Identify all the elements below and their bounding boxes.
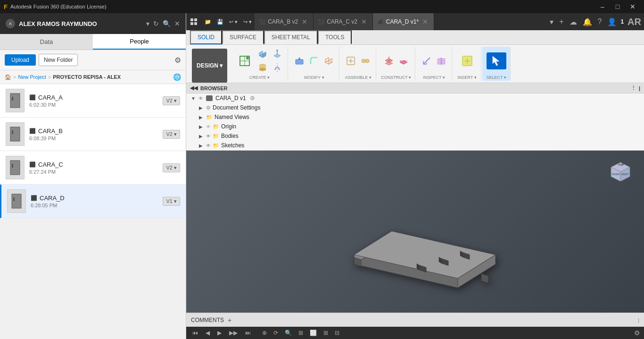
- root-settings-icon[interactable]: ⚙: [250, 95, 255, 102]
- design-button[interactable]: DESIGN ▾: [192, 49, 227, 83]
- modify-press-pull[interactable]: [293, 55, 306, 67]
- browser-item-origin[interactable]: ▶ 👁 📁 Origin: [186, 122, 644, 131]
- root-visibility-icon[interactable]: 👁: [198, 96, 203, 101]
- help-icon[interactable]: ?: [596, 16, 604, 28]
- fit-tool[interactable]: ⊞: [296, 329, 305, 337]
- create-extrude-button[interactable]: [271, 48, 284, 60]
- file-version[interactable]: V2 ▾: [163, 96, 180, 105]
- undo-button[interactable]: ↩ ▾: [226, 13, 240, 30]
- create-sketch-button[interactable]: [235, 52, 255, 69]
- tree-toggle-bodies[interactable]: ▶: [198, 134, 204, 139]
- create-revolve-button[interactable]: [271, 61, 284, 74]
- collapse-icon[interactable]: ◀◀: [190, 85, 198, 91]
- tree-toggle-root[interactable]: ▼: [190, 96, 197, 101]
- select-button[interactable]: [487, 52, 506, 69]
- viewport[interactable]: TOP FRONT RIGHT: [186, 151, 644, 313]
- tab-people[interactable]: People: [93, 34, 186, 50]
- breadcrumb-project[interactable]: New Project: [18, 74, 46, 80]
- ribbon-tab-tools[interactable]: TOOLS: [318, 30, 352, 44]
- bodies-visibility-icon[interactable]: 👁: [206, 134, 211, 139]
- browser-item-bodies[interactable]: ▶ 👁 📁 Bodies: [186, 131, 644, 141]
- open-file-button[interactable]: 📁: [202, 13, 214, 30]
- save-button[interactable]: 💾: [214, 13, 226, 30]
- tab-list-button[interactable]: ▾: [548, 16, 555, 28]
- tree-toggle-named-views[interactable]: ▶: [198, 115, 204, 120]
- browser-resize-icon[interactable]: |: [639, 85, 640, 91]
- new-folder-button[interactable]: New Folder: [39, 54, 78, 66]
- assemble-joint[interactable]: [359, 55, 372, 67]
- assemble-new-component[interactable]: [344, 55, 357, 67]
- ribbon-tab-solid[interactable]: SOLID: [190, 30, 222, 44]
- grid-toggle[interactable]: ⊞: [321, 329, 330, 337]
- list-item[interactable]: ⬛ CARA_C 6:27:24 PM V2 ▾: [0, 151, 186, 185]
- maximize-button[interactable]: □: [610, 0, 625, 13]
- tree-toggle-doc[interactable]: ▶: [198, 105, 204, 110]
- settings-button[interactable]: ⚙: [634, 329, 640, 337]
- notifications-icon[interactable]: 🔔: [581, 16, 594, 28]
- display-mode[interactable]: ⬜: [307, 329, 319, 337]
- chevron-down-icon[interactable]: ▾: [146, 20, 149, 27]
- playback-prev-button[interactable]: ◀: [203, 329, 212, 337]
- create-cylinder-button[interactable]: [256, 61, 269, 74]
- tab-close-icon[interactable]: ✕: [421, 18, 429, 25]
- search-icon[interactable]: 🔍: [163, 20, 171, 27]
- pan-tool[interactable]: ⊕: [260, 329, 269, 337]
- playback-start-button[interactable]: ⏮: [190, 329, 200, 337]
- tab-close-icon[interactable]: ✕: [301, 18, 308, 25]
- insert-button[interactable]: [457, 52, 477, 69]
- inspect-section[interactable]: [435, 55, 448, 67]
- browser-item-named-views[interactable]: ▶ 📁 Named Views: [186, 112, 644, 122]
- tree-toggle-origin[interactable]: ▶: [198, 124, 204, 129]
- svg-marker-24: [276, 49, 279, 51]
- new-tab-button[interactable]: +: [557, 16, 565, 28]
- tab-close-icon[interactable]: ✕: [360, 18, 368, 25]
- playback-end-button[interactable]: ⏭: [243, 329, 253, 337]
- comments-resize-handle[interactable]: |: [638, 317, 639, 323]
- ribbon-tab-sheetmetal[interactable]: SHEET METAL: [264, 30, 318, 44]
- add-comment-button[interactable]: +: [228, 316, 231, 324]
- home-icon[interactable]: 🏠: [5, 74, 11, 80]
- file-version[interactable]: V2 ▾: [163, 130, 180, 139]
- list-item[interactable]: ⬛ CARA_B 6:08:39 PM V2 ▾: [0, 118, 186, 151]
- construct-midplane[interactable]: [397, 55, 410, 67]
- file-version[interactable]: V2 ▾: [163, 163, 180, 172]
- playback-play-button[interactable]: ▶: [215, 329, 224, 337]
- origin-visibility-icon[interactable]: 👁: [206, 124, 211, 129]
- minimize-button[interactable]: –: [595, 0, 610, 13]
- tab-cara-b[interactable]: ⬛ CARA_B v2 ✕: [255, 13, 314, 30]
- close-button[interactable]: ✕: [625, 0, 640, 13]
- ribbon-tab-surface[interactable]: SURFACE: [222, 30, 264, 44]
- inspect-measure[interactable]: [420, 55, 433, 67]
- orbit-tool[interactable]: ⟳: [271, 329, 281, 337]
- create-box-button[interactable]: [256, 48, 269, 60]
- cloud-icon[interactable]: ☁: [568, 16, 579, 28]
- file-date: 6:08:39 PM: [29, 136, 158, 141]
- user-account-icon[interactable]: 👤: [605, 16, 619, 28]
- browser-root-item[interactable]: ▼ 👁 CARA_D v1 ⚙: [186, 93, 644, 103]
- tree-toggle-sketches[interactable]: ▶: [198, 143, 204, 148]
- redo-button[interactable]: ↪ ▾: [240, 13, 255, 30]
- browser-options-icon[interactable]: ⋮: [631, 85, 636, 91]
- globe-icon[interactable]: 🌐: [173, 73, 181, 81]
- upload-button[interactable]: Upload: [5, 54, 36, 66]
- zoom-tool[interactable]: 🔍: [282, 329, 294, 337]
- playback-next-button[interactable]: ▶▶: [227, 329, 240, 337]
- list-item[interactable]: ⬛ CARA_D 6:28:05 PM V1 ▾: [0, 185, 186, 218]
- modify-shell[interactable]: [322, 55, 335, 67]
- close-panel-icon[interactable]: ✕: [174, 20, 180, 27]
- nav-cube[interactable]: TOP FRONT RIGHT: [602, 155, 639, 193]
- settings-icon[interactable]: ⚙: [174, 56, 181, 65]
- modify-fillet[interactable]: [307, 55, 321, 67]
- tab-cara-d[interactable]: ⬛ CARA_D v1* ✕: [373, 13, 434, 30]
- view-options[interactable]: ⊟: [332, 329, 342, 337]
- construct-offset-plane[interactable]: [382, 55, 396, 67]
- browser-item-sketches[interactable]: ▶ 👁 📁 Sketches: [186, 141, 644, 150]
- browser-item-doc-settings[interactable]: ▶ ⚙ Document Settings: [186, 103, 644, 112]
- refresh-icon[interactable]: ↻: [153, 20, 159, 27]
- file-version[interactable]: V1 ▾: [163, 197, 180, 206]
- sketches-visibility-icon[interactable]: 👁: [206, 143, 211, 148]
- tab-cara-c[interactable]: ⬛ CARA_C v2 ✕: [314, 13, 373, 30]
- list-item[interactable]: ⬛ CARA_A 6:02:30 PM V2 ▾: [0, 84, 186, 118]
- apps-menu-button[interactable]: [186, 13, 202, 30]
- tab-data[interactable]: Data: [0, 34, 93, 50]
